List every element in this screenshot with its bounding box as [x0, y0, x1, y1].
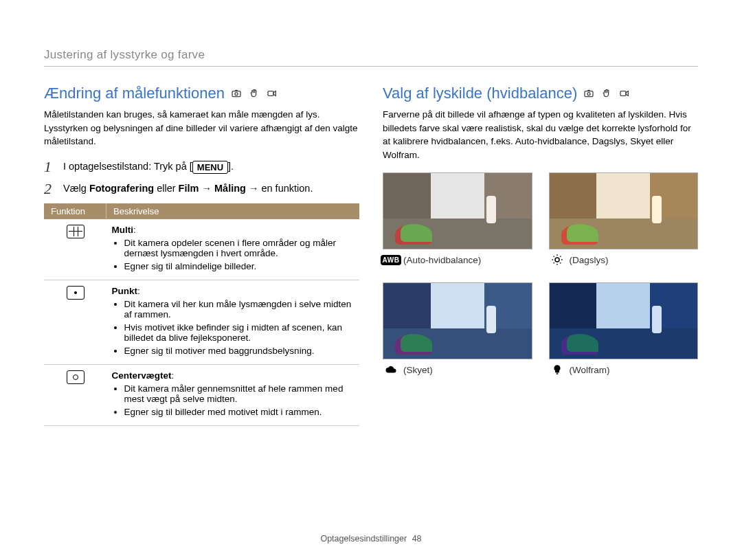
table-row: Centervægtet: Dit kamera måler gennemsni… [44, 364, 359, 425]
svg-point-1 [235, 93, 238, 96]
row-bullet: Egner sig til almindelige billeder. [124, 261, 356, 271]
svg-rect-0 [232, 91, 240, 97]
right-column: Valg af lyskilde (hvidbalance) Farverne … [383, 85, 698, 426]
center-metering-icon [67, 370, 85, 384]
table-header-description: Beskrivelse [106, 203, 360, 219]
wb-caption: (Auto-hvidbalance) [403, 255, 481, 265]
row-title-center: Centervægtet [112, 370, 172, 381]
left-title-text: Ændring af målefunktionen [44, 85, 225, 102]
menu-button-label: MENU [192, 161, 228, 174]
row-title-multi: Multi [112, 225, 134, 235]
right-section-title: Valg af lyskilde (hvidbalance) [383, 85, 698, 102]
breadcrumb: Justering af lysstyrke og farve [44, 48, 698, 67]
bulb-icon [549, 363, 565, 376]
row-bullet: Egner sig til motiver med baggrundsbelys… [124, 346, 356, 356]
metering-table: Funktion Beskrivelse Multi: Dit kamera o… [44, 203, 359, 426]
manual-page: Justering af lysstyrke og farve Ændring … [0, 0, 742, 560]
wb-caption: (Wolfram) [570, 365, 610, 375]
wb-thumb-tungsten: (Wolfram) [549, 282, 699, 376]
wb-thumbnails: AWB (Auto-hvidbalance) (Dagslys) [383, 172, 698, 376]
cloud-icon [383, 363, 399, 376]
svg-point-6 [555, 258, 559, 262]
svg-rect-2 [268, 91, 273, 96]
svg-rect-7 [556, 374, 558, 375]
table-row: Punkt: Dit kamera vil her kun måle lysmæ… [44, 280, 359, 364]
video-icon [618, 87, 631, 100]
awb-icon: AWB [383, 254, 399, 266]
left-column: Ændring af målefunktionen Måletilstanden… [44, 85, 359, 426]
spot-metering-icon [67, 286, 85, 300]
wb-sample-image [383, 172, 532, 249]
wb-sample-image [549, 172, 699, 249]
row-bullet: Dit kamera opdeler scenen i flere område… [124, 238, 356, 258]
video-icon [266, 87, 278, 100]
step-1-text: I optagelsestilstand: Tryk på [MENU]. [63, 159, 234, 174]
camera-icon [583, 87, 595, 100]
page-number: 48 [412, 534, 422, 544]
row-title-spot: Punkt [112, 286, 138, 296]
step-2-text: Vælg Fotografering eller Film → Måling →… [63, 181, 313, 194]
step-2: 2 Vælg Fotografering eller Film → Måling… [44, 181, 359, 197]
svg-rect-3 [585, 91, 593, 97]
row-bullet: Dit kamera vil her kun måle lysmængden i… [124, 299, 356, 320]
step-1: 1 I optagelsestilstand: Tryk på [MENU]. [44, 159, 359, 175]
row-bullet: Egner sig til billeder med motivet midt … [124, 407, 356, 417]
table-row: Multi: Dit kamera opdeler scenen i flere… [44, 219, 359, 280]
row-bullet: Dit kamera måler gennemsnittet af hele r… [124, 383, 356, 404]
row-bullet: Hvis motivet ikke befinder sig i midten … [124, 322, 356, 343]
step-number-1: 1 [44, 159, 56, 175]
right-title-text: Valg af lyskilde (hvidbalance) [383, 85, 577, 102]
hand-icon [248, 87, 260, 100]
table-header-function: Funktion [44, 203, 106, 219]
footer-section: Optagelsesindstillinger [320, 534, 407, 544]
wb-sample-image [549, 282, 699, 359]
left-intro: Måletilstanden kan bruges, så kameraet k… [44, 108, 359, 148]
wb-thumb-daylight: (Dagslys) [549, 172, 699, 266]
wb-thumb-auto: AWB (Auto-hvidbalance) [383, 172, 532, 266]
sun-icon [549, 254, 565, 266]
page-footer: Optagelsesindstillinger 48 [0, 534, 742, 544]
svg-point-4 [587, 93, 590, 96]
left-section-title: Ændring af målefunktionen [44, 85, 359, 102]
wb-thumb-cloudy: (Skyet) [383, 282, 532, 376]
multi-metering-icon [67, 225, 85, 238]
wb-sample-image [383, 282, 532, 359]
svg-rect-5 [620, 91, 626, 96]
right-intro: Farverne på dit billede vil afhænge af t… [383, 108, 698, 161]
camera-icon [230, 87, 243, 100]
step-number-2: 2 [44, 181, 56, 197]
wb-caption: (Skyet) [403, 365, 433, 375]
wb-caption: (Dagslys) [570, 255, 609, 265]
hand-icon [600, 87, 613, 100]
